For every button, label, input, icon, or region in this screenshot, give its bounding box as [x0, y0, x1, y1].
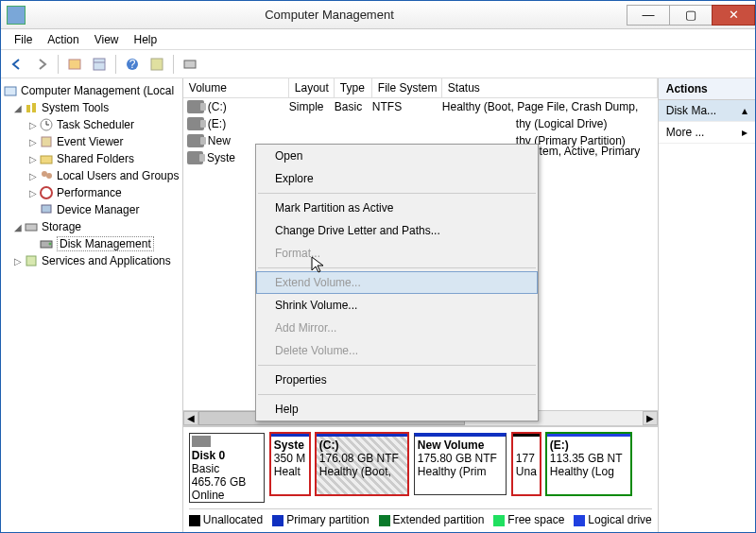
svg-rect-6	[184, 60, 196, 68]
minimize-button[interactable]: —	[627, 5, 670, 26]
svg-rect-1	[94, 59, 105, 70]
tree-sharedfolders[interactable]: ▷Shared Folders	[3, 150, 180, 167]
close-button[interactable]: ✕	[712, 5, 755, 26]
menu-view[interactable]: View	[87, 31, 127, 48]
tree-systemtools[interactable]: ◢System Tools	[3, 99, 180, 116]
actions-header: Actions	[659, 78, 755, 100]
ctx-open[interactable]: Open	[256, 145, 538, 167]
ctx-mark-active[interactable]: Mark Partition as Active	[256, 197, 538, 219]
partition-e[interactable]: (E:)113.35 GB NTHealthy (Log	[546, 433, 631, 495]
actions-more[interactable]: More ...▸	[659, 122, 755, 144]
tree-taskscheduler[interactable]: ▷Task Scheduler	[3, 116, 180, 133]
svg-rect-7	[5, 87, 16, 95]
col-type[interactable]: Type	[335, 78, 372, 97]
ctx-help[interactable]: Help	[256, 398, 538, 421]
legend-swatch-extended	[379, 515, 390, 526]
ctx-extend-volume: Extend Volume...	[256, 271, 538, 294]
tree-diskmanagement[interactable]: Disk Management	[3, 235, 180, 252]
disk-info[interactable]: Disk 0 Basic 465.76 GB Online	[189, 433, 265, 503]
menubar: File Action View Help	[1, 29, 755, 50]
toolbar-icon-1[interactable]	[64, 54, 85, 75]
chevron-up-icon: ▴	[742, 104, 747, 117]
tree-storage[interactable]: ◢Storage	[3, 218, 180, 235]
ctx-properties[interactable]: Properties	[256, 369, 538, 391]
drive-icon	[187, 151, 203, 164]
ctx-format: Format...	[256, 242, 538, 265]
chevron-right-icon: ▸	[742, 126, 747, 139]
titlebar: Computer Management — ▢ ✕	[1, 1, 755, 29]
svg-rect-5	[151, 59, 163, 70]
col-volume[interactable]: Volume	[183, 78, 289, 97]
tree-eventviewer[interactable]: ▷Event Viewer	[3, 133, 180, 150]
scroll-left-icon[interactable]: ◀	[183, 411, 198, 425]
disk-icon	[192, 436, 211, 447]
legend-swatch-primary	[272, 515, 284, 526]
ctx-shrink-volume[interactable]: Shrink Volume...	[256, 294, 538, 317]
forward-button[interactable]	[31, 54, 52, 75]
partition-unallocated[interactable]: 177Una	[512, 433, 541, 495]
svg-rect-14	[41, 156, 52, 163]
table-row[interactable]: (E:)thy (Logical Drive)	[183, 115, 658, 132]
scroll-right-icon[interactable]: ▶	[643, 411, 658, 425]
context-menu: Open Explore Mark Partition as Active Ch…	[255, 144, 539, 421]
svg-rect-0	[69, 60, 80, 69]
actions-pane: Actions Disk Ma...▴ More ...▸	[659, 78, 755, 532]
partition-newvolume[interactable]: New Volume175.80 GB NTFHealthy (Prim	[414, 433, 507, 495]
table-header: Volume Layout Type File System Status	[183, 78, 658, 98]
legend-swatch-free	[493, 515, 505, 526]
ctx-add-mirror: Add Mirror...	[256, 317, 538, 339]
help-icon[interactable]: ?	[122, 54, 143, 75]
svg-rect-9	[32, 103, 36, 112]
col-status[interactable]: Status	[442, 78, 658, 97]
svg-rect-8	[26, 105, 30, 112]
ctx-delete-volume: Delete Volume...	[256, 339, 538, 362]
svg-rect-13	[42, 137, 51, 146]
actions-diskmanagement[interactable]: Disk Ma...▴	[659, 100, 755, 122]
svg-point-17	[41, 187, 52, 198]
toolbar-icon-2[interactable]	[89, 54, 110, 75]
table-row[interactable]: (C:)SimpleBasicNTFSHealthy (Boot, Page F…	[183, 98, 658, 115]
svg-rect-19	[26, 224, 37, 231]
disk-pane: Disk 0 Basic 465.76 GB Online Syste350 M…	[183, 425, 658, 532]
legend: Unallocated Primary partition Extended p…	[189, 508, 652, 526]
maximize-button[interactable]: ▢	[669, 5, 713, 26]
drive-icon	[187, 117, 204, 130]
partition-c[interactable]: (C:)176.08 GB NTFHealthy (Boot,	[316, 433, 408, 495]
svg-text:?: ?	[129, 58, 136, 71]
toolbar-icon-4[interactable]	[180, 54, 200, 75]
toolbar: ?	[1, 50, 755, 78]
svg-rect-22	[26, 256, 36, 266]
tree-pane: Computer Management (Local ◢System Tools…	[1, 78, 183, 532]
tree-performance[interactable]: ▷Performance	[3, 184, 180, 201]
svg-rect-18	[42, 205, 51, 213]
col-layout[interactable]: Layout	[289, 78, 335, 97]
tree-devicemanager[interactable]: Device Manager	[3, 201, 180, 218]
col-filesystem[interactable]: File System	[372, 78, 442, 97]
back-button[interactable]	[7, 54, 27, 75]
app-icon	[7, 6, 26, 25]
menu-file[interactable]: File	[7, 31, 40, 48]
ctx-change-drive-letter[interactable]: Change Drive Letter and Paths...	[256, 219, 538, 242]
menu-action[interactable]: Action	[40, 31, 86, 48]
toolbar-icon-3[interactable]	[146, 54, 167, 75]
window-title: Computer Management	[31, 8, 627, 22]
menu-help[interactable]: Help	[127, 31, 165, 48]
partition-system[interactable]: Syste350 MHealt	[270, 433, 310, 495]
svg-point-16	[46, 173, 52, 179]
ctx-explore[interactable]: Explore	[256, 167, 538, 190]
legend-swatch-logical	[574, 515, 585, 526]
tree-root[interactable]: Computer Management (Local	[3, 82, 180, 99]
tree-services[interactable]: ▷Services and Applications	[3, 252, 180, 269]
tree-localusers[interactable]: ▷Local Users and Groups	[3, 167, 180, 184]
legend-swatch-unallocated	[189, 515, 200, 526]
drive-icon	[187, 100, 204, 113]
drive-icon	[187, 134, 204, 147]
svg-point-21	[49, 243, 52, 246]
